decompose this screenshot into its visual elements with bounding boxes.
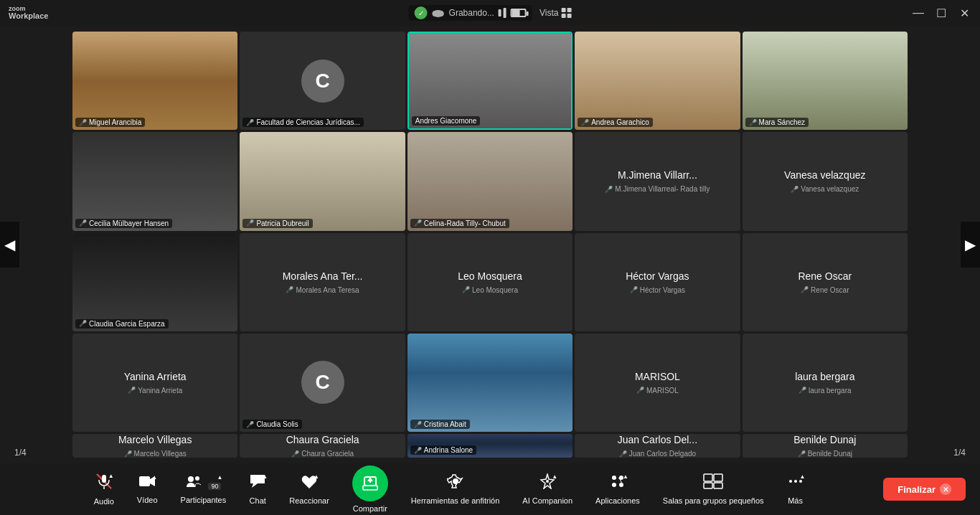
window-controls: — ☐ ✕ [911, 6, 971, 20]
minimize-button[interactable]: — [911, 6, 925, 19]
rooms-label: Salas para grupos pequeños [663, 496, 764, 505]
shield-icon: ✓ [415, 6, 428, 19]
chat-caret: ▲ [262, 473, 268, 480]
toolbar: ▲ Audio ▲ Vídeo [0, 463, 980, 515]
video-label: Vídeo [137, 496, 158, 504]
subtitle-name-22: 🎤 Chaura Graciela [291, 450, 354, 458]
subtitle-name-20: 🎤 laura bergara [798, 387, 851, 394]
participant-cell-21: Marcelo Villegas 🎤 Marcelo Villegas [72, 434, 237, 458]
mute-icon-2: 🎤 [246, 119, 254, 126]
participant-cell-7: 🎤 Patricia Dubreuil [240, 132, 405, 230]
display-name-12: Morales Ana Ter... [283, 270, 363, 282]
workplace-text: Workplace [9, 12, 48, 20]
participant-name-7: 🎤 Patricia Dubreuil [242, 219, 312, 228]
participant-cell-17: C 🎤 Claudia Solis [240, 334, 405, 432]
participant-cell-8: 🎤 Celina-Rada Tilly- Chubut [407, 132, 573, 230]
svg-point-2 [438, 11, 444, 16]
share-icon [352, 466, 388, 501]
share-label: Compartir [353, 504, 387, 513]
svg-point-8 [195, 476, 199, 481]
mute-icon-17: 🎤 [246, 421, 254, 428]
display-name-16: Yanina Arrieta [124, 371, 187, 382]
video-caret: ▲ [151, 474, 157, 481]
react-label: Reaccionar [289, 496, 329, 505]
maximize-button[interactable]: ☐ [934, 6, 948, 20]
close-button[interactable]: ✕ [957, 6, 971, 20]
participant-cell-9: M.Jimena Villarr... 🎤 M.Jimena Villarrea… [575, 132, 740, 230]
audio-caret: ▲ [108, 473, 114, 479]
participant-cell-16: Yanina Arrieta 🎤 Yanina Arrieta [72, 334, 237, 432]
view-button[interactable]: Vista [540, 8, 571, 18]
subtitle-name-21: 🎤 Marcelo Villegas [124, 450, 187, 458]
participant-name-4: 🎤 Andrea Garachico [578, 118, 653, 127]
svg-point-18 [612, 483, 616, 487]
participant-cell-20: laura bergara 🎤 laura bergara [743, 334, 908, 432]
display-name-9: M.Jimena Villarr... [618, 169, 697, 181]
subtitle-name-16: 🎤 Yanina Arrieta [128, 387, 182, 394]
audio-button[interactable]: ▲ Audio [83, 473, 126, 506]
title-bar: zoom Workplace ✓ Grabando... Vista [0, 0, 980, 26]
more-label: Más [788, 496, 803, 505]
end-meeting-button[interactable]: Finalizar ✕ [883, 478, 966, 501]
next-page-button[interactable]: ▶ [961, 222, 980, 268]
ai-icon: ▲ [539, 473, 556, 493]
video-icon: ▲ [138, 474, 156, 493]
display-name-20: laura bergara [795, 371, 854, 382]
participant-cell-2: C 🎤 Facultad de Ciencias Jurídicas... [240, 32, 405, 130]
svg-point-1 [433, 11, 438, 16]
participant-cell-19: MARISOL 🎤 MARISOL [575, 334, 740, 432]
subtitle-name-13: 🎤 Leo Mosquera [462, 286, 518, 294]
participant-name-18: 🎤 Cristina Abait [410, 420, 470, 429]
rooms-button[interactable]: Salas para grupos pequeños [651, 473, 776, 505]
participant-cell-5: 🎤 Mara Sánchez [743, 32, 908, 130]
mute-icon-6: 🎤 [79, 219, 87, 227]
mute-icon-7: 🎤 [246, 219, 254, 227]
app-logo: zoom Workplace [9, 6, 48, 20]
ai-companion-button[interactable]: ▲ AI Companion [511, 473, 584, 505]
share-button[interactable]: Compartir [341, 466, 400, 513]
more-button[interactable]: ▲ Más [776, 473, 816, 505]
svg-rect-5 [139, 476, 150, 486]
recording-indicators [499, 8, 507, 18]
tools-icon [447, 473, 464, 493]
participants-button[interactable]: 90 ▲ Participantes [169, 474, 238, 504]
svg-point-26 [799, 480, 802, 483]
participant-cell-18: 🎤 Cristina Abait [407, 334, 573, 432]
participant-name-1: 🎤 Miguel Arancibia [75, 118, 145, 127]
mute-icon-11: 🎤 [79, 320, 87, 327]
participants-icon: 90 ▲ [185, 474, 221, 493]
apps-caret: ▲ [623, 473, 628, 480]
participant-cell-14: Héctor Vargas 🎤 Héctor Vargas [575, 233, 740, 331]
svg-rect-23 [714, 483, 722, 488]
mute-icon-18: 🎤 [414, 421, 422, 428]
mute-icon-23: 🎤 [414, 447, 422, 454]
react-button[interactable]: ▲ Reaccionar [278, 473, 341, 505]
mute-icon-8: 🎤 [414, 219, 422, 227]
display-name-24: Juan Carlos Del... [618, 434, 697, 445]
participant-cell-1: 🎤 Miguel Arancibia [72, 32, 237, 130]
mute-icon-4: 🎤 [581, 119, 589, 126]
participant-cell-22: Chaura Graciela 🎤 Chaura Graciela [240, 434, 405, 458]
participants-badge: 90 [208, 483, 221, 490]
audio-label: Audio [94, 497, 114, 506]
tools-button[interactable]: Herramientas de anfitrión [400, 473, 512, 505]
prev-page-button[interactable]: ◀ [0, 222, 19, 268]
display-name-22: Chaura Graciela [286, 434, 359, 445]
participant-name-17: 🎤 Claudia Solis [242, 420, 301, 429]
apps-label: Aplicaciones [595, 496, 640, 505]
subtitle-name-9: 🎤 M.Jimena Villarreal- Rada tilly [605, 185, 710, 193]
video-button[interactable]: ▲ Vídeo [126, 474, 169, 504]
toolbar-items: ▲ Audio ▲ Vídeo [14, 466, 883, 513]
chat-icon: ▲ [249, 473, 266, 493]
participant-cell-11: 🎤 Claudia Garcia Esparza [72, 233, 237, 331]
apps-button[interactable]: ▲ Aplicaciones [584, 473, 651, 505]
subtitle-name-10: 🎤 Vanesa velazquez [791, 185, 859, 193]
chat-button[interactable]: ▲ Chat [237, 473, 278, 505]
subtitle-name-12: 🎤 Morales Ana Teresa [286, 286, 359, 294]
mute-icon-1: 🎤 [79, 119, 87, 126]
participant-cell-25: Benilde Dunaj 🎤 Benilde Dunaj [743, 434, 908, 458]
participant-cell-12: Morales Ana Ter... 🎤 Morales Ana Teresa [240, 233, 405, 331]
display-name-15: Rene Oscar [798, 270, 852, 282]
audio-icon: ▲ [95, 473, 113, 494]
svg-point-15 [546, 480, 549, 483]
